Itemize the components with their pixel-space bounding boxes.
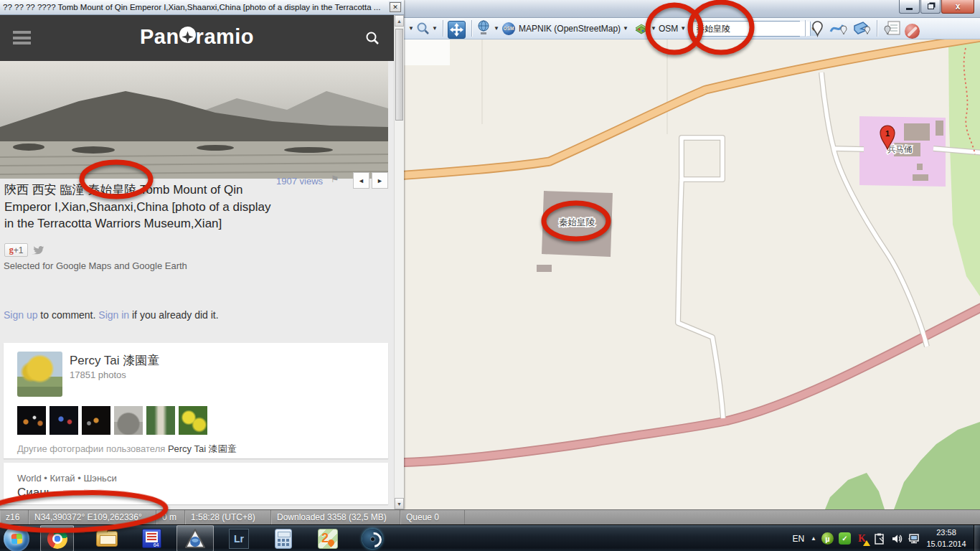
sas-planet-icon [184, 528, 207, 550]
layers-icon [634, 22, 649, 36]
browser-window: ?? ?? ?? ???? Tomb Mount of Qin Emperor … [0, 0, 404, 509]
museum-label: 兵马俑 [887, 145, 913, 154]
user-photo-count: 17851 photos [70, 369, 126, 380]
layers-button[interactable]: ▼ [634, 18, 656, 39]
avatar[interactable] [17, 352, 62, 397]
minimize-button[interactable] [899, 0, 920, 14]
language-indicator[interactable]: EN [792, 534, 804, 544]
panoramio-page: Panramio [0, 15, 394, 509]
taskbar-sas-planet-button[interactable] [176, 525, 214, 551]
restore-button[interactable] [920, 0, 941, 14]
map-canvas[interactable]: 秦始皇陵 兵马俑 1 [399, 39, 980, 509]
polygon-icon [852, 20, 872, 37]
search-input[interactable] [693, 22, 810, 36]
volume-tray-icon[interactable] [890, 532, 903, 545]
next-photo-button[interactable]: ► [372, 172, 388, 189]
flag-icon[interactable]: ⚑ [331, 174, 339, 184]
browser-scrollbar[interactable]: ▲ ▼ [394, 15, 404, 509]
status-coordinates: N34,390372° E109,262336° [29, 510, 156, 525]
search-combobox: ▼ [692, 21, 800, 37]
photo-caption: 陝西 西安 臨潼 秦始皇陵 Tomb Mount of Qin Emperor … [4, 182, 271, 232]
status-elevation: 0 m [156, 510, 185, 525]
search-provider-button[interactable]: OSM ▼ [659, 18, 686, 39]
utorrent-tray-icon[interactable]: µ [821, 532, 834, 545]
taskbar-browser2-button[interactable] [357, 525, 387, 551]
prev-photo-button[interactable]: ◄ [353, 172, 369, 189]
tray-time: 23:58 [923, 527, 970, 538]
taskbar-2gis-button[interactable]: 2 [313, 525, 343, 551]
scroll-down-button[interactable]: ▼ [395, 498, 404, 509]
thumbnail[interactable] [114, 406, 143, 435]
twitter-button[interactable] [30, 243, 44, 257]
network-tray-icon[interactable] [908, 532, 920, 545]
scroll-up-button[interactable]: ▲ [395, 15, 404, 27]
clock[interactable]: 23:58 15.01.2014 [923, 527, 970, 550]
google-plus-button[interactable]: g+1 [4, 243, 28, 257]
scrollbar-thumb[interactable] [395, 29, 403, 121]
lightroom-icon: Lr [229, 529, 249, 549]
status-bar: z16 N34,390372° E109,262336° 0 m 1:58:28… [0, 509, 980, 524]
fullscreen-button[interactable] [448, 19, 466, 40]
search-icon [365, 31, 380, 45]
status-zoom: z16 [0, 510, 29, 525]
signin-link[interactable]: Sign in [98, 309, 129, 321]
thumbnail[interactable] [82, 406, 110, 435]
status-downloaded: Downloaded 3358 (32,5 MB) [271, 510, 400, 525]
magnifier-icon [416, 22, 430, 35]
taskbar: 64 Lr 2 EN ▲ µ ✓ K [0, 524, 980, 551]
header-search-button[interactable] [365, 31, 380, 48]
comment-prompt: Sign up to comment. Sign in if you alrea… [4, 309, 219, 321]
thumbnail[interactable] [179, 406, 207, 435]
placemark-manager-button[interactable] [883, 18, 902, 39]
add-placemark-button[interactable] [811, 18, 824, 39]
user-name[interactable]: Percy Tai 漆園童 [70, 352, 159, 369]
thumbnail[interactable] [50, 406, 78, 435]
kaspersky-tray-icon[interactable]: K [856, 532, 868, 545]
start-button[interactable] [4, 526, 29, 551]
floppy-disk-icon: 64 [142, 529, 161, 548]
status-time: 1:58:28 (UTC+8) [185, 510, 271, 525]
panoramio-header: Panramio [0, 15, 394, 61]
minimize-icon [906, 8, 913, 10]
taskbar-floppy-app-button[interactable]: 64 [136, 525, 166, 551]
close-icon: x [956, 1, 961, 11]
user-card: Percy Tai 漆園童 17851 photos Другие фотогр… [4, 343, 388, 458]
add-path-button[interactable] [829, 18, 848, 39]
zoom-tool-button[interactable]: ▼ [416, 18, 438, 39]
restore-icon [928, 4, 934, 9]
caption-highlight: 秦始皇陵 [88, 183, 136, 197]
hide-placemarks-button[interactable] [905, 21, 920, 42]
map-source-button[interactable]: ▼ [476, 18, 499, 39]
update-ok-tray-icon[interactable]: ✓ [839, 532, 851, 545]
taskbar-file-manager-button[interactable] [92, 525, 122, 551]
more-photos-link[interactable]: Другие фотографии пользователя Percy Tai… [17, 443, 237, 456]
browser-titlebar[interactable]: ?? ?? ?? ???? Tomb Mount of Qin Emperor … [0, 0, 404, 15]
signup-link[interactable]: Sign up [4, 309, 37, 321]
add-polygon-button[interactable] [852, 18, 872, 39]
views-count: 1907 views [276, 176, 323, 187]
browser-title: ?? ?? ?? ???? Tomb Mount of Qin Emperor … [3, 3, 380, 11]
clipboard-tray-icon[interactable] [873, 532, 885, 545]
taskbar-lightroom-button[interactable]: Lr [224, 525, 254, 551]
desktop: x ▼ ▼ [0, 0, 980, 551]
path-icon [829, 20, 848, 37]
show-desktop-button[interactable] [974, 525, 980, 551]
tray-expand-button[interactable]: ▲ [811, 535, 816, 542]
browser-close-button[interactable]: ✕ [390, 2, 401, 12]
close-window-button[interactable]: x [941, 0, 974, 14]
system-tray: EN ▲ µ ✓ K [792, 525, 920, 551]
osm-globe-icon: OSM [502, 22, 515, 35]
taskbar-calculator-button[interactable] [268, 525, 298, 551]
map-pin-2-icon: 2 [318, 529, 338, 549]
globe-stand-icon [476, 20, 491, 37]
location-city[interactable]: Сиань [17, 486, 52, 500]
taskbar-chrome-button[interactable] [40, 525, 74, 551]
breadcrumb[interactable]: World • Китай • Шэньси [17, 473, 117, 484]
thumbnail[interactable] [17, 406, 46, 435]
chrome-icon [47, 529, 67, 549]
layer-name-label: MAPNIK (OpenStreetMap) [519, 24, 621, 34]
thumbnail[interactable] [146, 406, 175, 435]
fullscreen-icon [448, 21, 466, 39]
active-layer-button[interactable]: OSM MAPNIK (OpenStreetMap) ▼ [502, 18, 628, 39]
hidden-tool-dropdown[interactable]: ▼ [406, 18, 414, 39]
